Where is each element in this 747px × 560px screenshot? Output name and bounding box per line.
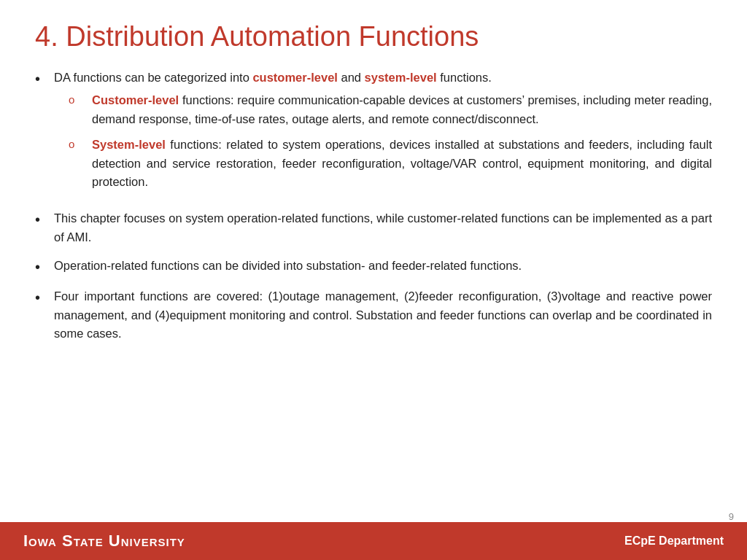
- bullet-1-text-after: functions.: [437, 71, 492, 84]
- customer-level-label: customer-level: [252, 71, 337, 84]
- sub-bullet-2-label: System-level: [92, 138, 166, 151]
- bullet-dot-3: •: [35, 257, 51, 277]
- sub-bullet-list: o Customer-level functions: require comm…: [54, 91, 712, 192]
- system-level-label: system-level: [365, 71, 437, 84]
- bullet-3-content: Operation-related functions can be divid…: [54, 257, 712, 276]
- bullet-1-text-middle: and: [338, 71, 365, 84]
- bullet-2-content: This chapter focuses on system operation…: [54, 209, 712, 246]
- sub-bullet-1-label: Customer-level: [92, 93, 179, 106]
- footer-university: Iowa State University: [23, 532, 185, 551]
- bullet-item-4: • Four important functions are covered: …: [35, 287, 712, 343]
- sub-bullet-2-text: functions: related to system operations,…: [92, 138, 712, 188]
- sub-dot-1: o: [69, 91, 89, 109]
- sub-dot-2: o: [69, 136, 89, 153]
- sub-bullet-2-content: System-level functions: related to syste…: [92, 136, 712, 192]
- slide-content: 4. Distribution Automation Functions • D…: [0, 0, 747, 522]
- sub-bullet-1-text: functions: require communication-capable…: [92, 93, 712, 125]
- footer-department: ECpE Department: [624, 534, 724, 548]
- bullet-dot-2: •: [35, 209, 51, 230]
- bullet-item-3: • Operation-related functions can be div…: [35, 257, 712, 277]
- bullet-4-content: Four important functions are covered: (1…: [54, 287, 712, 343]
- page-number: 9: [729, 511, 734, 522]
- slide: 4. Distribution Automation Functions • D…: [0, 0, 747, 560]
- slide-title: 4. Distribution Automation Functions: [35, 20, 712, 54]
- bullet-1-text-before: DA functions can be categorized into: [54, 71, 252, 84]
- sub-bullet-1-content: Customer-level functions: require commun…: [92, 91, 712, 128]
- bullet-dot-4: •: [35, 287, 51, 308]
- sub-bullet-item-1: o Customer-level functions: require comm…: [69, 91, 712, 128]
- footer: Iowa State University ECpE Department: [0, 522, 747, 560]
- bullet-item-2: • This chapter focuses on system operati…: [35, 209, 712, 246]
- bullet-dot-1: •: [35, 69, 51, 89]
- sub-bullet-item-2: o System-level functions: related to sys…: [69, 136, 712, 192]
- bullet-1-content: DA functions can be categorized into cus…: [54, 69, 712, 199]
- main-bullet-list: • DA functions can be categorized into c…: [35, 69, 712, 343]
- bullet-item-1: • DA functions can be categorized into c…: [35, 69, 712, 199]
